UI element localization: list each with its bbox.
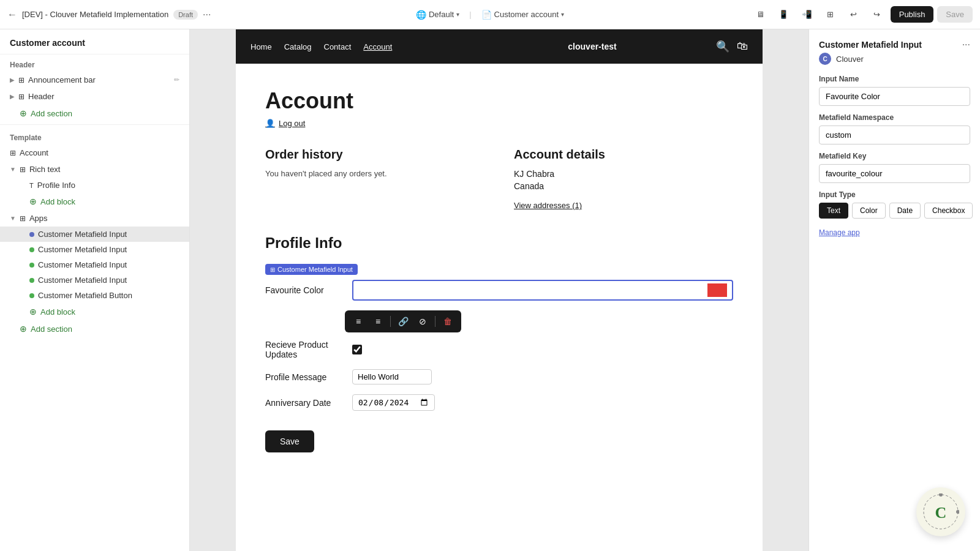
favourite-color-label: Favourite Color (265, 285, 345, 295)
theme-selector[interactable]: 🌐 Default ▾ (411, 7, 464, 22)
device-tablet-icon[interactable]: 📱 (774, 5, 794, 24)
app-dot-icon (29, 232, 34, 237)
app-dot-icon (29, 247, 34, 252)
profile-message-input[interactable] (352, 369, 432, 384)
color-swatch[interactable] (707, 283, 727, 297)
profile-info-item[interactable]: T Profile Info (0, 178, 189, 193)
favourite-color-field-row: Favourite Color (265, 280, 733, 301)
top-bar-center: 🌐 Default ▾ | 📄 Customer account ▾ (411, 7, 569, 22)
svg-point-1 (939, 493, 943, 497)
anniversary-date-label: Anniversary Date (265, 398, 345, 408)
provider-row: C Clouver (819, 53, 970, 65)
right-panel-more[interactable]: ··· (962, 39, 970, 50)
type-opt-text[interactable]: Text (819, 203, 848, 219)
view-addresses-link[interactable]: View addresses (1) (514, 201, 582, 210)
add-block-btn-2[interactable]: ⊕ Add block (0, 303, 189, 320)
add-block-btn[interactable]: ⊕ Add block (0, 193, 189, 210)
device-mobile-icon[interactable]: 📲 (797, 5, 817, 24)
app-item-1[interactable]: Customer Metafield Input (0, 242, 189, 257)
nav-links: Home Catalog Contact Account (251, 42, 469, 51)
announcement-bar-item[interactable]: ▶ ⊞ Announcement bar ✏ (0, 72, 189, 88)
nav-link-contact[interactable]: Contact (324, 42, 352, 51)
align-left-icon[interactable]: ≡ (351, 314, 366, 329)
chevron-down-icon: ▼ (10, 215, 16, 222)
save-button[interactable]: Save (937, 6, 973, 23)
page-selector[interactable]: 📄 Customer account ▾ (477, 7, 570, 22)
floating-toolbar: ≡ ≡ 🔗 ⊘ 🗑 (345, 310, 461, 332)
anniversary-date-field-row: Anniversary Date (265, 394, 733, 411)
header-icon: ⊞ (18, 92, 24, 101)
profile-save-button[interactable]: Save (265, 430, 314, 452)
badge-icon: ⊞ (270, 266, 275, 273)
add-section-btn[interactable]: ⊕ Add section (0, 105, 189, 122)
top-bar-left: ← [DEV] - Clouver Metafield Implementati… (7, 9, 406, 20)
customer-country: Canada (514, 181, 733, 191)
sidebar-header: Customer account (0, 29, 189, 54)
svg-point-2 (956, 510, 959, 514)
add-section-btn-2[interactable]: ⊕ Add section (0, 320, 189, 337)
top-bar-right: 🖥 📱 📲 ⊞ ↩ ↪ Publish Save (574, 5, 973, 24)
unlink-icon[interactable]: ⊘ (415, 314, 430, 329)
type-opt-date[interactable]: Date (889, 203, 921, 219)
top-bar: ← [DEV] - Clouver Metafield Implementati… (0, 0, 980, 29)
logout-link[interactable]: 👤 Log out (265, 119, 733, 128)
namespace-field[interactable] (819, 126, 970, 144)
toolbar-container: ≡ ≡ 🔗 ⊘ 🗑 (265, 310, 733, 340)
two-column-section: Order history You haven't placed any ord… (265, 148, 733, 210)
account-title: Account (265, 88, 733, 114)
apps-item[interactable]: ▼ ⊞ Apps (0, 210, 189, 227)
chevron-right-icon: ▶ (10, 93, 15, 100)
link-icon[interactable]: 🔗 (396, 314, 410, 329)
order-history-text: You haven't placed any orders yet. (265, 169, 484, 178)
manage-app-link[interactable]: Manage app (819, 228, 860, 237)
svg-text:C: C (935, 504, 947, 522)
key-field[interactable] (819, 164, 970, 183)
publish-button[interactable]: Publish (891, 6, 934, 23)
app-item-0[interactable]: Customer Metafield Input (0, 227, 189, 242)
clouver-bubble[interactable]: C (916, 487, 965, 536)
favourite-color-input-wrapper[interactable] (352, 280, 733, 301)
app-item-2[interactable]: Customer Metafield Input (0, 257, 189, 272)
device-extra-icon[interactable]: ⊞ (821, 5, 840, 24)
nav-link-catalog[interactable]: Catalog (284, 42, 312, 51)
align-center-icon[interactable]: ≡ (371, 314, 385, 329)
search-icon[interactable]: 🔍 (716, 40, 729, 53)
account-icon: ⊞ (10, 149, 16, 157)
undo-btn[interactable]: ↩ (844, 5, 864, 24)
edit-icon[interactable]: ✏ (174, 76, 179, 84)
type-opt-checkbox[interactable]: Checkbox (924, 203, 973, 219)
profile-info-title: Profile Info (265, 234, 733, 252)
input-name-field[interactable] (819, 87, 970, 106)
account-details-col: Account details KJ Chabra Canada View ad… (514, 148, 733, 210)
type-opt-color[interactable]: Color (852, 203, 886, 219)
header-item[interactable]: ▶ ⊞ Header (0, 88, 189, 105)
more-options-btn[interactable]: ··· (203, 9, 211, 20)
canvas-area: Home Catalog Contact Account clouver-tes… (190, 29, 809, 551)
delete-icon[interactable]: 🗑 (440, 314, 455, 329)
cart-icon[interactable]: 🛍 (737, 40, 748, 53)
app-item-4[interactable]: Customer Metafield Button (0, 288, 189, 303)
nav-link-home[interactable]: Home (251, 42, 272, 51)
account-item[interactable]: ⊞ Account (0, 144, 189, 161)
receive-updates-checkbox[interactable] (352, 345, 362, 354)
order-history-col: Order history You haven't placed any ord… (265, 148, 484, 210)
app-dot-icon (29, 293, 34, 298)
plus-icon: ⊕ (20, 108, 27, 118)
header-section-label: Header (0, 54, 189, 72)
order-history-title: Order history (265, 148, 484, 162)
rich-text-item[interactable]: ▼ ⊞ Rich text (0, 161, 189, 178)
anniversary-date-input[interactable] (352, 394, 435, 411)
draft-badge: Draft (173, 10, 198, 20)
toolbar-separator-2 (435, 316, 435, 327)
template-section-label: Template (0, 127, 189, 144)
key-label: Metafield Key (819, 152, 970, 160)
rich-text-icon: ⊞ (20, 165, 26, 174)
type-options: Text Color Date Checkbox (819, 203, 970, 219)
back-icon[interactable]: ← (7, 9, 17, 20)
right-panel-header: Customer Metafield Input ··· (819, 39, 970, 50)
device-desktop-icon[interactable]: 🖥 (751, 5, 771, 24)
app-item-3[interactable]: Customer Metafield Input (0, 272, 189, 288)
profile-section: Profile Info ⊞ Customer Metafield Input … (265, 234, 733, 452)
nav-link-account[interactable]: Account (363, 42, 392, 51)
redo-btn[interactable]: ↪ (867, 5, 887, 24)
